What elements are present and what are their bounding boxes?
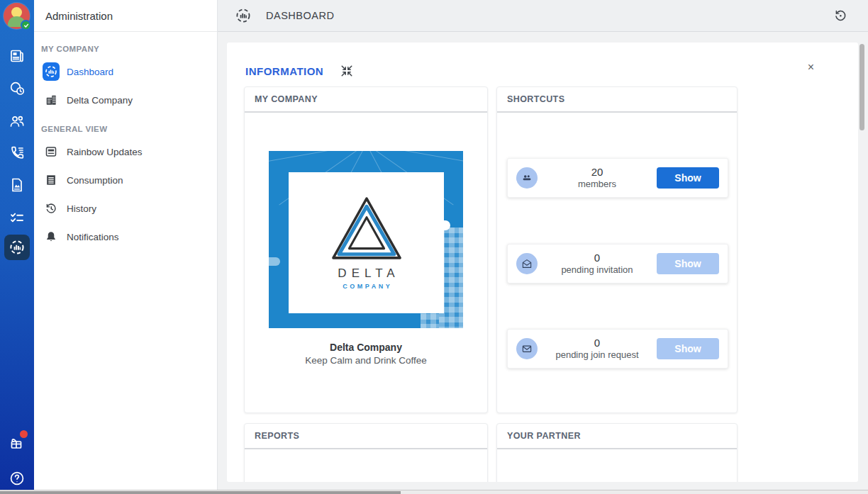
dashboard-icon (43, 63, 60, 80)
card-title: SHORTCUTS (497, 87, 737, 113)
sidebar-title: Administration (34, 0, 217, 32)
sidebar-item-history[interactable]: History (34, 194, 218, 223)
pending-invitation-count: 0 (538, 252, 657, 265)
window-scrollbar-track (0, 490, 868, 494)
sidebar-item-label: History (67, 203, 96, 214)
building-icon (43, 91, 60, 108)
show-members-button[interactable]: Show (657, 167, 719, 189)
icon-rail (0, 0, 34, 494)
sidebar-item-label: Rainbow Updates (67, 147, 143, 157)
dashboard-icon (235, 7, 252, 24)
shortcut-members-row: 20 members Show (507, 158, 728, 198)
card-title: YOUR PARTNER (497, 424, 737, 449)
members-label: members (538, 179, 657, 190)
members-count: 20 (538, 166, 657, 179)
sidebar-item-label: Consumption (67, 175, 123, 186)
vertical-scrollbar-thumb[interactable] (859, 44, 864, 130)
company-name: Delta Company (245, 342, 487, 353)
window-scrollbar-thumb[interactable] (0, 491, 401, 494)
section-general-view: GENERAL VIEW (41, 125, 107, 133)
rail-dashboard-button[interactable] (4, 235, 30, 260)
report-file-icon (9, 176, 26, 193)
rail-help-button[interactable] (0, 466, 34, 491)
reports-card: REPORTS (244, 423, 488, 482)
show-pending-join-request-button[interactable]: Show (657, 338, 719, 359)
sidebar-item-delta-company[interactable]: Delta Company (34, 86, 218, 114)
pending-join-request-label: pending join request (538, 349, 657, 361)
rail-calls-button[interactable] (0, 140, 34, 166)
admin-sidebar: Administration MY COMPANY Dashboard (34, 0, 218, 490)
conversations-icon (9, 80, 26, 97)
consumption-icon (43, 172, 60, 189)
bell-icon (43, 228, 60, 245)
rail-contacts-button[interactable] (0, 108, 34, 134)
rail-tasks-button[interactable] (0, 205, 34, 230)
history-refresh-icon[interactable] (833, 8, 848, 23)
sidebar-item-label: Dashboard (67, 67, 113, 77)
collapse-icon[interactable] (340, 64, 353, 77)
rail-documents-button[interactable] (0, 172, 34, 198)
company-slogan: Keep Calm and Drink Coffee (245, 355, 487, 366)
sidebar-item-rainbow-updates[interactable]: Rainbow Updates (34, 137, 218, 166)
admin-app: Administration MY COMPANY Dashboard (0, 0, 868, 494)
page-title: DASHBOARD (266, 10, 334, 21)
open-envelope-icon (516, 253, 538, 274)
shortcut-pending-join-request-row: 0 pending join request Show (507, 329, 728, 369)
dashboard-icon (9, 239, 26, 256)
pending-join-request-count: 0 (538, 337, 657, 350)
your-partner-card: YOUR PARTNER (496, 423, 738, 482)
checklist-icon (9, 209, 26, 226)
updates-icon (43, 143, 60, 160)
user-avatar[interactable] (4, 3, 30, 29)
card-title: MY COMPANY (245, 87, 487, 113)
help-icon (9, 470, 26, 487)
company-banner: DELTA COMPANY (269, 151, 463, 328)
card-title: REPORTS (245, 424, 487, 449)
information-title: INFORMATION (245, 65, 323, 77)
sidebar-item-consumption[interactable]: Consumption (34, 166, 218, 194)
page-header: DASHBOARD (218, 0, 868, 32)
sidebar-item-label: Notifications (67, 232, 119, 242)
notification-badge (20, 430, 28, 438)
members-icon (516, 167, 538, 189)
sidebar-item-notifications[interactable]: Notifications (34, 223, 218, 251)
main-content: INFORMATION × MY COMPANY (218, 32, 868, 490)
information-widget: INFORMATION × MY COMPANY (227, 43, 858, 482)
rail-news-button[interactable] (0, 43, 34, 69)
news-icon (9, 47, 26, 64)
sidebar-item-label: Delta Company (67, 95, 133, 106)
pending-invitation-label: pending invitation (538, 264, 657, 276)
history-icon (43, 200, 60, 217)
rail-whats-new-button[interactable] (0, 430, 34, 456)
logo-subword: COMPANY (340, 283, 392, 290)
call-log-icon (9, 145, 26, 162)
section-my-company: MY COMPANY (41, 45, 99, 53)
rail-conversations-button[interactable] (0, 76, 34, 101)
close-icon[interactable]: × (808, 61, 814, 74)
show-pending-invitation-button[interactable]: Show (657, 253, 719, 274)
presence-check-icon (21, 20, 31, 30)
contacts-icon (9, 113, 26, 130)
logo-word: DELTA (333, 266, 399, 281)
shortcuts-card: SHORTCUTS 20 members Show (496, 86, 738, 413)
shortcut-pending-invitation-row: 0 pending invitation Show (507, 244, 728, 284)
my-company-card: MY COMPANY (244, 86, 488, 413)
envelope-icon (516, 338, 538, 359)
delta-triangle-logo-icon (330, 196, 404, 261)
sidebar-item-dashboard[interactable]: Dashboard (34, 57, 218, 86)
company-logo: DELTA COMPANY (289, 172, 444, 313)
